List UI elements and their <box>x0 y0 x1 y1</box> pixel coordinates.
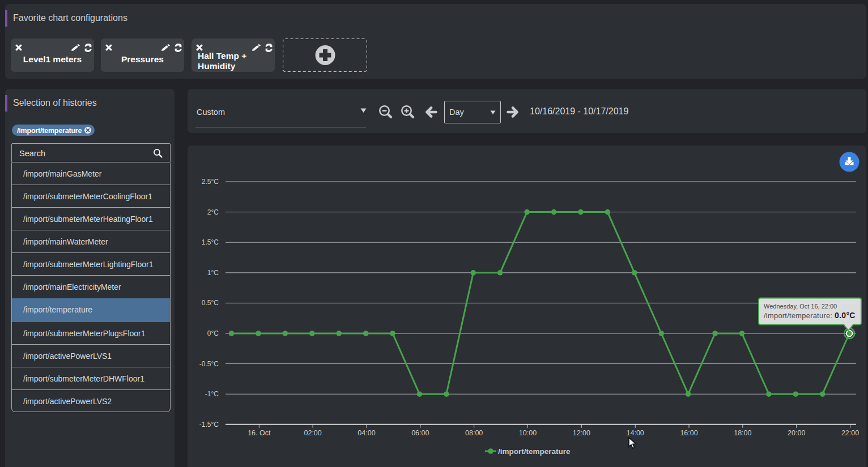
svg-text:2.5°C: 2.5°C <box>202 178 219 186</box>
svg-text:06:00: 06:00 <box>411 429 429 437</box>
svg-text:-1°C: -1°C <box>205 390 219 398</box>
svg-text:0.5°C: 0.5°C <box>202 299 219 307</box>
svg-text:/import/temperature: 0.0°C: /import/temperature: 0.0°C <box>764 311 856 320</box>
svg-text:1.5°C: 1.5°C <box>202 238 219 246</box>
svg-text:12:00: 12:00 <box>573 429 590 437</box>
svg-text:02:00: 02:00 <box>304 429 321 437</box>
svg-text:/import/temperature: /import/temperature <box>498 447 571 456</box>
svg-text:08:00: 08:00 <box>465 429 483 437</box>
svg-text:18:00: 18:00 <box>734 429 751 437</box>
svg-text:14:00: 14:00 <box>627 429 644 437</box>
svg-text:1°C: 1°C <box>207 269 219 277</box>
svg-text:2°C: 2°C <box>207 208 219 216</box>
svg-text:16:00: 16:00 <box>680 429 697 437</box>
svg-text:0°C: 0°C <box>207 329 219 337</box>
svg-text:Wednesday, Oct 16, 22:00: Wednesday, Oct 16, 22:00 <box>764 303 837 310</box>
svg-text:-0.5°C: -0.5°C <box>199 360 219 368</box>
svg-text:22:00: 22:00 <box>841 429 859 437</box>
svg-text:20:00: 20:00 <box>788 429 805 437</box>
svg-text:16. Oct: 16. Oct <box>248 429 271 437</box>
svg-text:04:00: 04:00 <box>358 429 375 437</box>
svg-text:-1.5°C: -1.5°C <box>199 421 219 429</box>
svg-text:10:00: 10:00 <box>519 429 537 437</box>
